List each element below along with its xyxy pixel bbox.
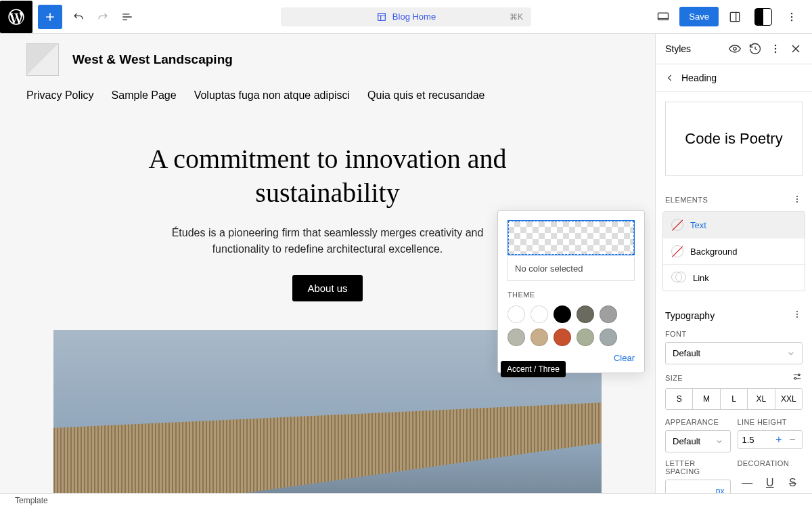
- hero-heading[interactable]: A commitment to innovation and sustainab…: [138, 142, 517, 210]
- size-buttons: S M L XL XXL: [665, 388, 803, 410]
- plus-icon: [43, 10, 57, 24]
- typography-options-button[interactable]: [792, 309, 803, 322]
- redo-button[interactable]: [91, 5, 115, 29]
- element-link[interactable]: Link: [663, 265, 805, 291]
- line-height-label: LINE HEIGHT: [738, 418, 803, 430]
- swatch[interactable]: [577, 329, 594, 346]
- list-icon: [120, 10, 134, 24]
- size-xxl[interactable]: XXL: [775, 389, 802, 409]
- revisions-button[interactable]: [748, 42, 762, 56]
- hero-paragraph[interactable]: Études is a pioneering firm that seamles…: [165, 225, 490, 257]
- close-sidebar-button[interactable]: [789, 42, 803, 56]
- swatch-tooltip: Accent / Three: [501, 361, 566, 377]
- eye-icon: [728, 42, 742, 56]
- close-icon: [789, 42, 803, 56]
- svg-point-15: [796, 316, 798, 318]
- swatch[interactable]: [531, 305, 548, 323]
- layout-icon: [376, 12, 387, 22]
- kebab-icon: [769, 42, 782, 56]
- swatch[interactable]: [508, 305, 525, 323]
- nav-item[interactable]: Privacy Policy: [26, 89, 94, 102]
- about-us-button[interactable]: About us: [292, 275, 362, 301]
- size-l[interactable]: L: [721, 389, 748, 409]
- nav-item[interactable]: Voluptas fuga non atque adipisci: [194, 89, 350, 102]
- document-title: Blog Home: [392, 12, 436, 22]
- color-picker-popover: No color selected THEME Accent / Three C…: [497, 210, 645, 373]
- increment-button[interactable]: +: [773, 433, 784, 446]
- theme-swatches: [508, 305, 635, 346]
- sidebar-icon: [728, 10, 742, 24]
- element-label: Link: [693, 273, 709, 283]
- decrement-button[interactable]: −: [787, 433, 798, 446]
- undo-button[interactable]: [66, 5, 91, 29]
- size-m[interactable]: M: [693, 389, 720, 409]
- contrast-icon: [754, 8, 772, 26]
- svg-point-12: [796, 201, 798, 203]
- svg-point-4: [791, 16, 793, 18]
- sidebar-options-button[interactable]: [769, 42, 782, 56]
- kebab-icon: [792, 194, 803, 205]
- site-logo-placeholder[interactable]: [26, 43, 59, 76]
- breadcrumb-label: Heading: [681, 72, 717, 83]
- size-xl[interactable]: XL: [748, 389, 775, 409]
- nav-item[interactable]: Sample Page: [112, 89, 177, 102]
- sidebar-title: Styles: [665, 43, 728, 54]
- swatch[interactable]: [577, 305, 594, 323]
- swatch[interactable]: [531, 329, 548, 346]
- sliders-icon: [792, 371, 803, 382]
- styles-breadcrumb[interactable]: Heading: [656, 64, 812, 92]
- style-preview: Code is Poetry: [665, 102, 803, 176]
- color-preview[interactable]: [508, 220, 635, 255]
- unit-label: px: [710, 486, 730, 493]
- footer-breadcrumb[interactable]: Template: [15, 496, 48, 505]
- nav-item[interactable]: Quia quis et recusandae: [367, 89, 484, 102]
- clear-color-button[interactable]: Clear: [614, 353, 635, 363]
- typography-label: Typography: [665, 310, 715, 321]
- add-block-button[interactable]: [38, 5, 62, 29]
- site-header: West & West Landscaping: [26, 43, 629, 87]
- letter-spacing-input[interactable]: px: [665, 480, 731, 493]
- list-view-button[interactable]: [115, 5, 139, 29]
- svg-point-5: [791, 19, 793, 21]
- settings-panel-button[interactable]: [723, 5, 747, 29]
- options-button[interactable]: [780, 5, 804, 29]
- shortcut-hint: ⌘K: [510, 12, 523, 22]
- swatch[interactable]: [554, 329, 571, 346]
- swatch[interactable]: [508, 329, 525, 346]
- svg-point-6: [734, 47, 736, 50]
- appearance-select[interactable]: Default: [665, 430, 731, 452]
- font-select[interactable]: Default: [665, 342, 803, 364]
- document-switcher[interactable]: Blog Home ⌘K: [281, 7, 531, 26]
- chevron-down-icon: [715, 438, 723, 446]
- decoration-underline-button[interactable]: U: [760, 477, 780, 489]
- save-button[interactable]: Save: [679, 7, 719, 26]
- swatch[interactable]: [600, 329, 617, 346]
- font-label: FONT: [656, 324, 812, 342]
- swatch-icon: [671, 272, 686, 284]
- line-height-input[interactable]: 1.5 + −: [738, 430, 803, 449]
- history-icon: [748, 42, 762, 56]
- wordpress-logo[interactable]: [0, 1, 32, 33]
- desktop-icon: [656, 10, 670, 24]
- size-label: SIZE: [665, 374, 683, 382]
- svg-point-8: [775, 48, 777, 50]
- swatch[interactable]: [600, 305, 617, 323]
- elements-options-button[interactable]: [792, 194, 803, 206]
- svg-point-10: [796, 196, 798, 197]
- view-button[interactable]: [651, 5, 675, 29]
- style-book-button[interactable]: [728, 42, 742, 56]
- size-s[interactable]: S: [666, 389, 693, 409]
- svg-point-3: [791, 12, 793, 14]
- decoration-none-button[interactable]: —: [738, 477, 758, 489]
- appearance-label: APPEARANCE: [665, 418, 731, 430]
- styles-button[interactable]: [751, 5, 775, 29]
- elements-label: ELEMENTS: [665, 196, 708, 204]
- size-custom-button[interactable]: [792, 371, 803, 384]
- line-height-value: 1.5: [742, 435, 771, 445]
- decoration-strikethrough-button[interactable]: S: [783, 477, 803, 489]
- element-background[interactable]: Background: [663, 238, 805, 265]
- site-title[interactable]: West & West Landscaping: [72, 52, 233, 67]
- element-text[interactable]: Text: [663, 212, 805, 238]
- swatch[interactable]: [554, 305, 571, 323]
- element-label: Text: [690, 220, 706, 230]
